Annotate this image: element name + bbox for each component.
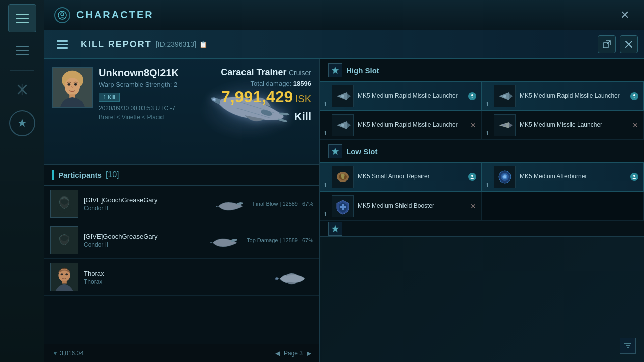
page-label: Page 3 bbox=[284, 350, 303, 357]
kill-label-text: Kill bbox=[221, 110, 311, 123]
missile-launcher-icon-4 bbox=[494, 114, 516, 136]
participant-avatar-3 bbox=[50, 263, 78, 291]
participants-title: Participants bbox=[58, 171, 102, 179]
ship-type: Cruiser bbox=[289, 69, 311, 77]
kr-close-button[interactable] bbox=[620, 35, 638, 53]
afterburner-icon bbox=[494, 166, 516, 188]
low-slot-header: Low Slot bbox=[320, 140, 644, 162]
kr-title: KILL REPORT bbox=[80, 39, 152, 50]
low-slot-icon bbox=[328, 144, 342, 158]
isk-line: 7,991,429 ISK bbox=[221, 87, 311, 106]
participant-ship-3: Thorax bbox=[84, 278, 268, 285]
participant-ship-img-2 bbox=[206, 229, 242, 252]
slot-item[interactable]: 1 bbox=[320, 192, 482, 221]
sidebar-secondary-menu[interactable] bbox=[8, 36, 36, 64]
sidebar: ★ bbox=[0, 0, 44, 362]
high-slot-header: High Slot bbox=[320, 59, 644, 81]
kr-menu-button[interactable] bbox=[52, 34, 72, 54]
svg-point-51 bbox=[633, 175, 635, 177]
svg-point-32 bbox=[341, 95, 344, 98]
bottom-bar: ▼ 3,016.04 ◀ Page 3 ▶ bbox=[44, 344, 319, 362]
participant-ship-img-3 bbox=[273, 266, 308, 289]
kr-left-panel: Unknown8QI21K Warp Scramble Strength: 2 … bbox=[44, 59, 320, 362]
slot-item-indicator-3 bbox=[468, 173, 476, 181]
victim-avatar bbox=[52, 67, 93, 108]
prev-page-btn[interactable]: ◀ bbox=[275, 350, 280, 357]
ship-name-line: Caracal Trainer Cruiser bbox=[221, 67, 311, 78]
participant-item[interactable]: [GIVE]GoochGreaseGary Condor II bbox=[44, 222, 319, 259]
isk-value: 7,991,429 bbox=[221, 87, 293, 106]
filter-button[interactable] bbox=[620, 338, 636, 354]
slot-item-indicator-1 bbox=[468, 92, 476, 100]
slot-item-name: MK5 Small Armor Repairer bbox=[358, 173, 464, 181]
participant-list: [GIVE]GoochGreaseGary Condor II bbox=[44, 186, 319, 344]
low-slot-title: Low Slot bbox=[346, 147, 378, 156]
app-header: CHARACTER ✕ bbox=[44, 0, 644, 30]
svg-point-10 bbox=[65, 78, 80, 95]
app-title: CHARACTER bbox=[76, 9, 154, 21]
character-icon bbox=[54, 7, 70, 23]
slot-item[interactable]: 1 MK5 Medium Rapid Missile Launcher bbox=[320, 111, 482, 140]
participant-avatar-2 bbox=[50, 226, 78, 254]
sidebar-item-cross[interactable] bbox=[10, 77, 35, 102]
participant-info-1: [GIVE]GoochGreaseGary Condor II bbox=[84, 196, 207, 212]
next-page-btn[interactable]: ▶ bbox=[307, 350, 311, 357]
slot-item-indicator-4 bbox=[630, 173, 638, 181]
slot-item-remove-3: ✕ bbox=[470, 202, 476, 210]
slot-item[interactable]: 1 MK5 Medium Missile Launcher ✕ bbox=[482, 111, 644, 140]
participant-ship-2: Condor II bbox=[84, 241, 201, 248]
slot-item-remove-2: ✕ bbox=[632, 121, 638, 129]
ship-name: Caracal Trainer bbox=[221, 67, 286, 77]
kill-badge: 1 Kill bbox=[99, 93, 120, 102]
participants-header: Participants [10] bbox=[44, 165, 319, 186]
participant-blow-2: Top Damage | 12589 | 67% bbox=[247, 237, 313, 243]
missile-launcher-icon-3 bbox=[332, 114, 354, 136]
app-close-button[interactable]: ✕ bbox=[616, 6, 634, 24]
ship-stats: Caracal Trainer Cruiser Total damage: 18… bbox=[221, 67, 311, 123]
participant-stats-2: Top Damage | 12589 | 67% bbox=[247, 237, 313, 243]
high-slot-section: High Slot 1 bbox=[320, 59, 644, 140]
participant-item[interactable]: [GIVE]GoochGreaseGary Condor II bbox=[44, 186, 319, 222]
kr-external-link-button[interactable] bbox=[598, 35, 616, 53]
victim-location: Brarel < Viriette < Placid bbox=[99, 114, 164, 122]
participant-name-1: [GIVE]GoochGreaseGary bbox=[84, 196, 207, 204]
kr-slots-scroll: High Slot 1 bbox=[320, 59, 644, 362]
svg-point-30 bbox=[275, 277, 278, 280]
kill-report-header: KILL REPORT [ID:2396313] 📋 bbox=[44, 30, 644, 59]
low-slot-section: Low Slot 1 bbox=[320, 140, 644, 221]
svg-point-38 bbox=[341, 124, 344, 127]
high-slot-title: High Slot bbox=[346, 66, 379, 75]
slot-item[interactable]: 1 MK5 Small Armor Repairer bbox=[320, 162, 482, 192]
participant-stats-1: Final Blow | 12589 | 67% bbox=[253, 201, 313, 207]
svg-point-44 bbox=[471, 175, 473, 177]
participant-ship-1: Condor II bbox=[84, 205, 207, 212]
kr-copy-icon[interactable]: 📋 bbox=[199, 41, 207, 48]
svg-point-11 bbox=[68, 83, 71, 86]
victim-card: Unknown8QI21K Warp Scramble Strength: 2 … bbox=[44, 59, 319, 165]
victim-date: 2020/09/30 00:03:53 UTC -7 bbox=[99, 105, 179, 112]
partial-slot-section bbox=[320, 221, 644, 237]
missile-launcher-icon-2 bbox=[494, 85, 516, 107]
sidebar-menu-button[interactable] bbox=[8, 4, 36, 32]
svg-rect-40 bbox=[502, 124, 506, 126]
slot-item[interactable]: 1 bbox=[482, 162, 644, 192]
slot-item-name: MK5 Medium Rapid Missile Launcher bbox=[358, 121, 466, 129]
svg-point-49 bbox=[503, 175, 506, 178]
svg-point-35 bbox=[503, 95, 506, 98]
slot-item-name: MK5 Medium Missile Launcher bbox=[520, 121, 628, 129]
isk-label: ISK bbox=[295, 93, 311, 104]
svg-point-28 bbox=[65, 273, 68, 275]
participant-info-3: Thorax Thorax bbox=[84, 269, 268, 285]
high-slot-icon bbox=[328, 63, 342, 77]
svg-rect-29 bbox=[62, 281, 67, 284]
bottom-value: ▼ 3,016.04 bbox=[52, 350, 84, 357]
slot-item[interactable]: 1 MK5 Medium Rapid Missile Launcher bbox=[482, 81, 644, 111]
sidebar-item-star[interactable]: ★ bbox=[9, 110, 35, 136]
participant-info-2: [GIVE]GoochGreaseGary Condor II bbox=[84, 233, 201, 248]
pagination: ◀ Page 3 ▶ bbox=[275, 350, 311, 357]
slot-item[interactable]: 1 MK5 Medium Rapid Missile Launcher bbox=[320, 81, 482, 111]
participant-item[interactable]: Thorax Thorax bbox=[44, 259, 319, 296]
participant-name-2: [GIVE]GoochGreaseGary bbox=[84, 233, 201, 240]
svg-point-27 bbox=[61, 273, 63, 275]
participant-name-3: Thorax bbox=[84, 269, 268, 277]
